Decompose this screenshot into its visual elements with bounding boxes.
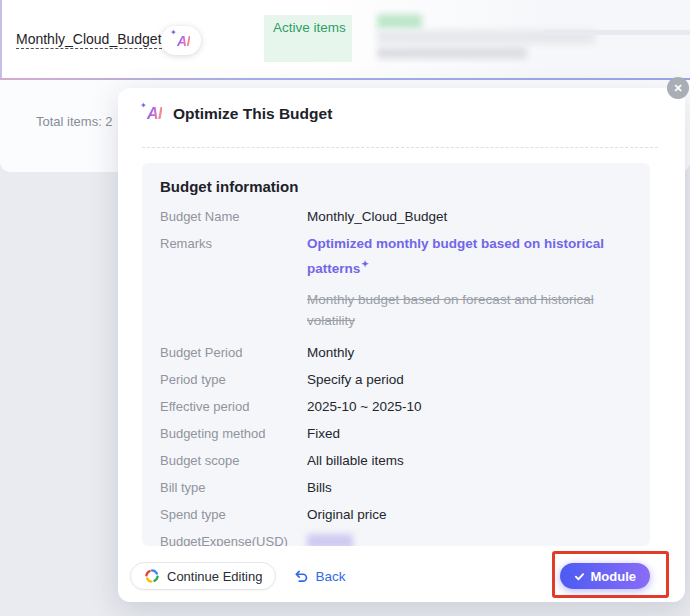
- field-label: Effective period: [160, 396, 307, 417]
- field-value: Bills: [307, 477, 619, 498]
- background-row-edge: [543, 30, 690, 35]
- field-row: Budget scopeAll billable items: [160, 450, 650, 471]
- back-label: Back: [315, 569, 345, 584]
- field-row: BudgetExpense(USD): [160, 531, 650, 547]
- sparkle-icon: ✦: [140, 101, 147, 110]
- undo-arrow-icon: [294, 569, 309, 584]
- field-label: Budgeting method: [160, 423, 307, 444]
- field-row: Bill typeBills: [160, 477, 650, 498]
- field-label: Budget Name: [160, 206, 307, 227]
- ai-suggested-text: Optimized monthly budget based on histor…: [307, 236, 604, 276]
- check-icon: [574, 571, 585, 582]
- field-row: RemarksOptimized monthly budget based on…: [160, 233, 650, 336]
- modal-title: Optimize This Budget: [173, 105, 332, 123]
- module-label: Module: [591, 569, 637, 584]
- field-value-text: Bills: [307, 477, 619, 498]
- field-value: Monthly_Cloud_Budget: [307, 206, 619, 227]
- redacted-value-blob: [307, 534, 353, 547]
- optimize-budget-modal: ✦ AI Optimize This Budget Budget informa…: [118, 88, 685, 602]
- field-label: Period type: [160, 369, 307, 390]
- field-value-text: Monthly: [307, 342, 619, 363]
- field-value: All billable items: [307, 450, 619, 471]
- field-value: 2025-10 ~ 2025-10: [307, 396, 619, 417]
- ai-badge[interactable]: ✦ AI: [161, 26, 201, 55]
- ai-logo: ✦ AI: [172, 32, 190, 50]
- field-value: Specify a period: [307, 369, 619, 390]
- field-label: Budget scope: [160, 450, 307, 471]
- budget-name-link[interactable]: Monthly_Cloud_Budget: [16, 31, 162, 49]
- continue-editing-label: Continue Editing: [167, 569, 262, 584]
- modal-header: ✦ AI Optimize This Budget: [142, 105, 332, 123]
- ai-logo: ✦ AI: [142, 105, 162, 123]
- field-label: Remarks: [160, 233, 307, 336]
- active-items-badge: Active items: [264, 15, 352, 62]
- close-icon[interactable]: ✕: [667, 77, 689, 99]
- field-label: Spend type: [160, 504, 307, 525]
- back-button[interactable]: Back: [294, 569, 345, 584]
- field-value-text: All billable items: [307, 450, 619, 471]
- ai-suggested-value: Optimized monthly budget based on histor…: [307, 233, 619, 279]
- field-value: Original price: [307, 504, 619, 525]
- field-row: Budgeting methodFixed: [160, 423, 650, 444]
- modal-footer: Continue Editing Back Module: [130, 562, 650, 590]
- section-title: Budget information: [160, 178, 650, 195]
- screenshot-root: Monthly_Cloud_Budget ✦ AI Active items T…: [0, 0, 690, 616]
- module-button[interactable]: Module: [560, 563, 651, 589]
- budget-info-fields: Budget NameMonthly_Cloud_BudgetRemarksOp…: [160, 206, 650, 546]
- dashed-divider: [142, 147, 658, 148]
- continue-editing-button[interactable]: Continue Editing: [130, 562, 276, 590]
- field-label: Budget Period: [160, 342, 307, 363]
- field-value-text: 2025-10 ~ 2025-10: [307, 396, 619, 417]
- field-value: Fixed: [307, 423, 619, 444]
- ai-gradient-text: AI: [177, 33, 190, 49]
- sparkle-icon: ✦: [361, 259, 369, 269]
- field-label: BudgetExpense(USD): [160, 531, 307, 547]
- field-label: Bill type: [160, 477, 307, 498]
- budget-table-row[interactable]: Monthly_Cloud_Budget ✦ AI Active items: [0, 0, 690, 80]
- field-value-text: Original price: [307, 504, 619, 525]
- field-value: Monthly: [307, 342, 619, 363]
- field-value-text: Specify a period: [307, 369, 619, 390]
- budget-info-card: Budget information Budget NameMonthly_Cl…: [142, 163, 650, 546]
- field-row: Budget PeriodMonthly: [160, 342, 650, 363]
- pinwheel-icon: [144, 568, 160, 584]
- sparkle-icon: ✦: [170, 28, 177, 37]
- previous-value-strikethrough: Monthly budget based on forecast and his…: [307, 289, 619, 331]
- ai-gradient-text: AI: [147, 105, 162, 122]
- field-value: [307, 531, 619, 547]
- field-value-text: Fixed: [307, 423, 619, 444]
- redacted-text-blob: [377, 47, 527, 59]
- field-row: Period typeSpecify a period: [160, 369, 650, 390]
- field-row: Budget NameMonthly_Cloud_Budget: [160, 206, 650, 227]
- redacted-status-blob: [377, 14, 422, 29]
- field-value: Optimized monthly budget based on histor…: [307, 233, 619, 336]
- total-items-label: Total items: 2: [36, 114, 113, 129]
- field-row: Effective period2025-10 ~ 2025-10: [160, 396, 650, 417]
- field-row: Spend typeOriginal price: [160, 504, 650, 525]
- field-value-text: Monthly_Cloud_Budget: [307, 206, 619, 227]
